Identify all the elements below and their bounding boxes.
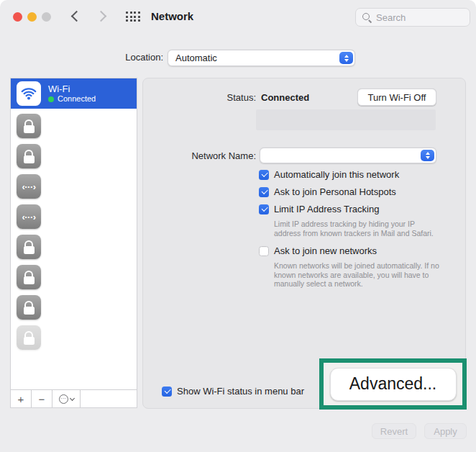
sidebar-item-service[interactable]: ‹···›: [11, 171, 137, 202]
limit-ip-note: Limit IP address tracking by hiding your…: [274, 220, 442, 238]
wifi-status-text: Connected: [58, 94, 96, 104]
annotation-highlight-box: Advanced...: [319, 358, 467, 410]
connected-dot-icon: [48, 96, 54, 102]
add-service-button[interactable]: +: [11, 390, 32, 407]
lock-icon: [17, 265, 41, 289]
lock-icon: [17, 325, 41, 350]
hotspots-label: Ask to join Personal Hotspots: [274, 186, 396, 197]
sidebar-item-service[interactable]: ‹···›: [11, 202, 137, 232]
ask-new-checkbox-row[interactable]: Ask to join new networks: [259, 245, 377, 256]
service-actions-button[interactable]: ···: [52, 390, 81, 407]
auto-join-label: Automatically join this network: [274, 169, 399, 180]
sidebar-item-service[interactable]: [11, 232, 137, 262]
checkbox-checked-icon[interactable]: [259, 170, 269, 180]
wifi-label: Wi-Fi: [48, 83, 96, 94]
ask-new-note: Known networks will be joined automatica…: [274, 261, 455, 289]
lock-icon: [17, 295, 41, 320]
ethernet-icon: ‹···›: [17, 204, 41, 229]
limit-ip-checkbox-row[interactable]: Limit IP Address Tracking: [259, 204, 379, 214]
popup-stepper-icon: [339, 52, 353, 64]
network-name-label: Network Name:: [143, 150, 256, 161]
location-value: Automatic: [175, 53, 217, 63]
hotspots-checkbox-row[interactable]: Ask to join Personal Hotspots: [259, 186, 396, 197]
sidebar-item-wifi[interactable]: Wi-Fi Connected: [11, 78, 137, 109]
wifi-icon: [17, 81, 41, 106]
sidebar-item-service[interactable]: [11, 141, 137, 171]
network-preferences-window: Network Location: Automatic Wi-Fi: [0, 0, 476, 452]
checkbox-checked-icon[interactable]: [162, 387, 172, 397]
location-label: Location:: [86, 52, 163, 63]
location-popup[interactable]: Automatic: [168, 50, 355, 66]
lock-icon: [17, 114, 41, 138]
wifi-status: Connected: [48, 94, 96, 104]
menu-bar-label: Show Wi-Fi status in menu bar: [177, 386, 304, 397]
status-label: Status:: [143, 92, 256, 103]
checkbox-checked-icon[interactable]: [259, 187, 269, 197]
sidebar-toolbar: + − ···: [11, 389, 137, 407]
sidebar-item-service[interactable]: [11, 262, 137, 292]
checkbox-checked-icon[interactable]: [259, 204, 269, 214]
sidebar-item-service[interactable]: [11, 292, 137, 322]
wifi-settings-panel: Status: Connected Turn Wi-Fi Off Network…: [142, 78, 466, 409]
more-options-icon: ···: [59, 394, 68, 404]
forward-icon: [96, 11, 107, 22]
search-field[interactable]: [355, 8, 470, 27]
window-title: Network: [151, 10, 193, 22]
search-input[interactable]: [376, 12, 455, 23]
advanced-button[interactable]: Advanced...: [330, 368, 457, 401]
sidebar-item-service-disabled[interactable]: [11, 322, 137, 353]
turn-wifi-off-button[interactable]: Turn Wi-Fi Off: [357, 89, 436, 106]
status-value: Connected: [261, 92, 309, 103]
sidebar-item-service[interactable]: [11, 111, 137, 141]
popup-stepper-icon: [421, 150, 434, 161]
show-all-grid-icon[interactable]: [126, 12, 140, 22]
zoom-button: [42, 12, 51, 22]
limit-ip-label: Limit IP Address Tracking: [274, 204, 379, 214]
menu-bar-checkbox-row[interactable]: Show Wi-Fi status in menu bar: [162, 386, 304, 397]
apply-button[interactable]: Apply: [424, 423, 467, 439]
network-name-popup[interactable]: [260, 148, 436, 163]
minimize-button[interactable]: [27, 12, 37, 22]
ethernet-icon: ‹···›: [17, 174, 41, 199]
title-bar: Network: [0, 0, 476, 34]
checkbox-unchecked-icon[interactable]: [259, 246, 269, 256]
status-detail-redacted: [256, 109, 436, 130]
lock-icon: [17, 235, 41, 259]
ask-new-label: Ask to join new networks: [274, 245, 377, 256]
lock-icon: [17, 144, 41, 168]
auto-join-checkbox-row[interactable]: Automatically join this network: [259, 169, 399, 180]
remove-service-button[interactable]: −: [32, 390, 52, 407]
services-sidebar: Wi-Fi Connected ‹···› ‹···›: [10, 78, 137, 408]
back-icon[interactable]: [71, 11, 83, 22]
close-button[interactable]: [13, 12, 22, 22]
chevron-down-icon: [69, 395, 74, 400]
revert-button[interactable]: Revert: [372, 423, 416, 439]
search-icon: [362, 12, 372, 23]
